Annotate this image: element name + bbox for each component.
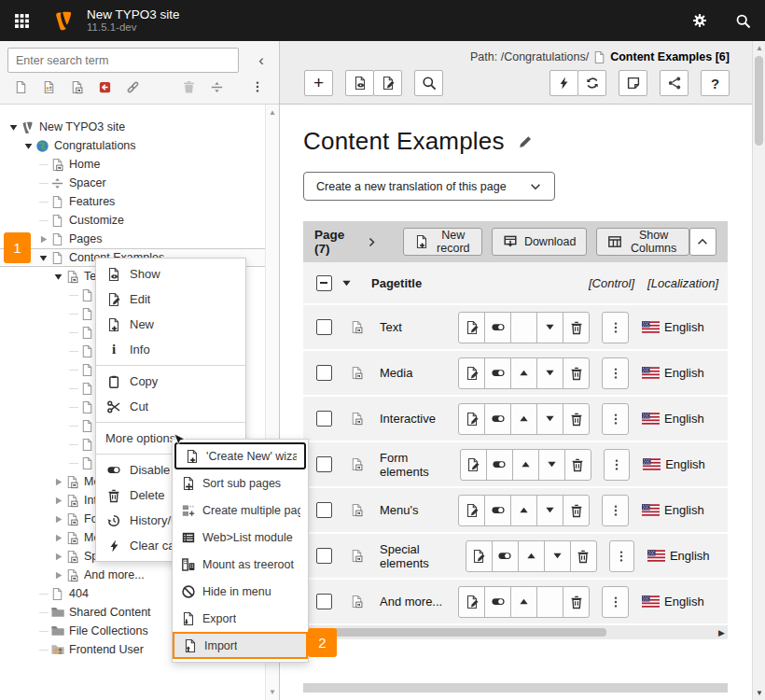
collapse-caret-icon[interactable] bbox=[52, 271, 64, 283]
collapse-caret-icon[interactable] bbox=[7, 121, 20, 133]
move-down-button[interactable] bbox=[536, 312, 563, 343]
tree-item-features[interactable]: Features bbox=[0, 192, 279, 211]
record-more-button[interactable] bbox=[604, 449, 631, 481]
context-menu-item-edit[interactable]: Edit bbox=[96, 287, 245, 312]
module-menu-button[interactable] bbox=[9, 8, 34, 33]
scroll-up-icon[interactable]: ▲ bbox=[269, 108, 276, 117]
edit-record-button[interactable] bbox=[460, 449, 487, 481]
new-external-link-page-button[interactable] bbox=[96, 78, 113, 95]
new-page-button[interactable] bbox=[12, 78, 29, 95]
tree-search-input[interactable] bbox=[7, 48, 239, 73]
submenu-item-import[interactable]: Import bbox=[173, 632, 308, 659]
context-menu-item-copy[interactable]: Copy bbox=[96, 369, 245, 394]
edit-record-button[interactable] bbox=[466, 540, 493, 572]
submenu-item-create-new-wizard[interactable]: 'Create New' wizard bbox=[174, 442, 306, 469]
submenu-item-export[interactable]: Export bbox=[173, 605, 308, 632]
insert-link-button[interactable] bbox=[124, 78, 141, 95]
edit-record-button[interactable] bbox=[458, 495, 485, 526]
horizontal-scrollbar[interactable]: ▶ bbox=[303, 625, 728, 639]
move-up-button[interactable] bbox=[510, 495, 537, 526]
delete-record-button[interactable] bbox=[563, 495, 590, 526]
expand-caret-icon[interactable] bbox=[52, 569, 64, 581]
tree-item-customize[interactable]: Customize bbox=[0, 211, 279, 230]
tree-item-pages[interactable]: Pages bbox=[0, 230, 279, 248]
submenu-item-sort-sub-pages[interactable]: Sort sub pages bbox=[173, 469, 308, 497]
edit-record-button[interactable] bbox=[458, 586, 485, 618]
record-more-button[interactable] bbox=[602, 495, 629, 526]
scroll-down-icon[interactable]: ▼ bbox=[756, 689, 763, 697]
record-more-button[interactable] bbox=[602, 586, 629, 618]
hide-record-toggle[interactable] bbox=[484, 312, 511, 343]
move-down-button[interactable] bbox=[536, 403, 563, 435]
expand-table-button[interactable] bbox=[366, 236, 378, 248]
new-spacer-button[interactable] bbox=[208, 78, 225, 95]
move-up-button[interactable] bbox=[510, 586, 537, 618]
hide-record-toggle[interactable] bbox=[484, 586, 511, 618]
edit-page-button[interactable] bbox=[373, 70, 402, 96]
submenu-item-web-list-module[interactable]: Web>List module bbox=[173, 524, 308, 551]
main-scrollbar[interactable]: ▲ ▼ bbox=[752, 41, 765, 700]
scroll-right-icon[interactable]: ▶ bbox=[718, 628, 725, 637]
record-title[interactable]: And more... bbox=[380, 595, 442, 609]
collapse-caret-icon[interactable] bbox=[37, 252, 49, 264]
create-translation-dropdown[interactable]: Create a new translation of this page bbox=[303, 172, 555, 201]
view-page-button[interactable] bbox=[345, 70, 374, 96]
submenu-item-create-multiple-pages[interactable]: Create multiple pages bbox=[173, 497, 308, 524]
record-more-button[interactable] bbox=[602, 403, 629, 435]
delete-record-button[interactable] bbox=[570, 540, 597, 572]
hide-record-toggle[interactable] bbox=[484, 495, 511, 526]
row-checkbox[interactable] bbox=[316, 502, 332, 518]
selection-dropdown[interactable] bbox=[341, 278, 352, 288]
tree-item-new-typo3-site[interactable]: New TYPO3 site bbox=[0, 118, 279, 136]
edit-record-button[interactable] bbox=[458, 403, 485, 435]
scroll-up-icon[interactable]: ▲ bbox=[756, 44, 763, 52]
collapse-panel-button[interactable]: ‹ bbox=[251, 50, 271, 71]
topbar-search-button[interactable] bbox=[731, 9, 754, 32]
submenu-item-hide-in-menu[interactable]: Hide in menu bbox=[173, 578, 308, 605]
collapse-table-button[interactable] bbox=[689, 228, 716, 256]
delete-record-button[interactable] bbox=[563, 586, 590, 618]
record-more-button[interactable] bbox=[602, 357, 629, 389]
move-down-button[interactable] bbox=[538, 449, 565, 481]
download-button[interactable]: Download bbox=[492, 228, 588, 256]
new-shortcut-page-button[interactable] bbox=[68, 78, 85, 95]
row-checkbox[interactable] bbox=[316, 456, 332, 472]
hide-record-toggle[interactable] bbox=[484, 403, 511, 435]
move-up-button[interactable] bbox=[510, 403, 537, 435]
expand-caret-icon[interactable] bbox=[52, 513, 64, 525]
move-down-button[interactable] bbox=[536, 357, 563, 389]
record-title[interactable]: Form elements bbox=[380, 451, 460, 479]
expand-caret-icon[interactable] bbox=[52, 551, 64, 563]
move-up-button[interactable] bbox=[512, 449, 539, 481]
context-menu-item-info[interactable]: iInfo bbox=[96, 337, 245, 362]
record-more-button[interactable] bbox=[602, 312, 629, 343]
row-checkbox[interactable] bbox=[316, 365, 332, 381]
collapse-caret-icon[interactable] bbox=[22, 140, 35, 152]
submenu-item-mount-as-treeroot[interactable]: Mount as treeroot bbox=[173, 551, 308, 578]
row-checkbox[interactable] bbox=[316, 319, 332, 335]
move-down-button[interactable] bbox=[544, 540, 571, 572]
delete-record-button[interactable] bbox=[564, 449, 591, 481]
edit-page-title-button[interactable] bbox=[518, 133, 534, 149]
row-checkbox[interactable] bbox=[316, 548, 332, 564]
record-title[interactable]: Special elements bbox=[380, 542, 466, 570]
scrollbar-thumb[interactable] bbox=[755, 56, 763, 146]
trash-button[interactable] bbox=[180, 78, 197, 95]
record-title[interactable]: Interactive bbox=[380, 412, 436, 426]
expand-caret-icon[interactable] bbox=[52, 532, 64, 544]
search-dark-button[interactable] bbox=[414, 70, 443, 96]
select-all-checkbox[interactable] bbox=[316, 275, 332, 291]
move-up-button[interactable] bbox=[518, 540, 545, 572]
add-button[interactable]: + bbox=[304, 70, 333, 96]
move-down-button[interactable] bbox=[536, 495, 563, 526]
expand-caret-icon[interactable] bbox=[52, 495, 64, 507]
settings-button[interactable] bbox=[688, 9, 711, 32]
delete-record-button[interactable] bbox=[563, 357, 590, 389]
hide-record-toggle[interactable] bbox=[484, 357, 511, 389]
note-button[interactable] bbox=[619, 70, 647, 96]
tree-item-spacer[interactable]: Spacer bbox=[0, 174, 279, 192]
share-button[interactable] bbox=[660, 70, 688, 96]
new-record-button[interactable]: New record bbox=[403, 228, 482, 256]
hide-record-toggle[interactable] bbox=[492, 540, 519, 572]
help-button[interactable]: ? bbox=[701, 70, 730, 96]
